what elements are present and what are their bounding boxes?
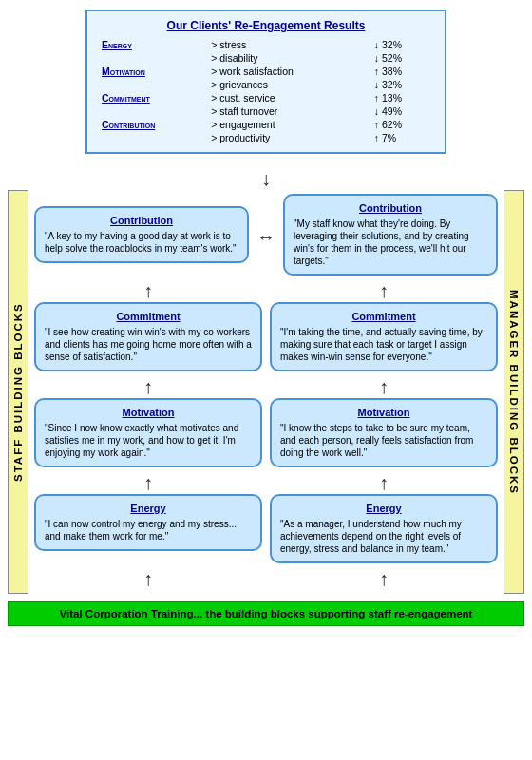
metric-contribution-2: > productivity bbox=[208, 131, 371, 144]
bottom-bar: Vital Corporation Training... the buildi… bbox=[8, 601, 524, 626]
metric-motivation-2: > grievances bbox=[208, 78, 371, 91]
table-row: Commitment > cust. service ↑ 13% bbox=[99, 91, 433, 104]
motivation-left-card: Motivation "Since I now know exactly wha… bbox=[34, 398, 262, 467]
value-contribution-1: ↑ 62% bbox=[371, 118, 433, 131]
motivation-row: Motivation "Since I now know exactly wha… bbox=[34, 398, 498, 471]
energy-left-text: "I can now control my energy and my stre… bbox=[45, 518, 252, 542]
metric-contribution-1: > engagement bbox=[208, 118, 371, 131]
commitment-left-card: Commitment "I see how creating win-win's… bbox=[34, 302, 262, 371]
metric-motivation-1: > work satisfaction bbox=[208, 65, 371, 78]
up-arrow-energy-left: ↑ bbox=[143, 473, 153, 492]
energy-row: Energy "I can now control my energy and … bbox=[34, 494, 498, 567]
arrows-row-1: ↑ ↑ bbox=[34, 279, 498, 302]
manager-side-label: MANAGER BUILDING BLOCKS bbox=[504, 190, 524, 594]
results-title: Our Clients' Re-Engagement Results bbox=[99, 19, 433, 32]
up-arrow-motivation-right: ↑ bbox=[379, 377, 389, 396]
label-energy: Energy bbox=[99, 38, 208, 51]
label-contribution: Contribution bbox=[99, 118, 208, 131]
contribution-row: Contribution "A key to my having a good … bbox=[34, 194, 498, 279]
motivation-left-title: Motivation bbox=[45, 407, 252, 418]
value-energy-1: ↓ 32% bbox=[371, 38, 433, 51]
table-row: Contribution > engagement ↑ 62% bbox=[99, 118, 433, 131]
value-contribution-2: ↑ 7% bbox=[371, 131, 433, 144]
value-motivation-2: ↓ 32% bbox=[371, 78, 433, 91]
contribution-right-title: Contribution bbox=[294, 202, 487, 214]
commitment-row: Commitment "I see how creating win-win's… bbox=[34, 302, 498, 375]
up-arrow-energy-right: ↑ bbox=[379, 473, 389, 492]
commitment-right-title: Commitment bbox=[280, 311, 487, 322]
motivation-left-text: "Since I now know exactly what motivates… bbox=[45, 422, 252, 459]
table-row: Motivation > work satisfaction ↑ 38% bbox=[99, 65, 433, 78]
metric-commitment-2: > staff turnover bbox=[208, 104, 371, 118]
commitment-left-title: Commitment bbox=[45, 311, 252, 322]
table-row: > grievances ↓ 32% bbox=[99, 78, 433, 91]
results-box: Our Clients' Re-Engagement Results Energ… bbox=[86, 10, 446, 154]
motivation-right-title: Motivation bbox=[280, 407, 487, 418]
value-commitment-1: ↑ 13% bbox=[371, 91, 433, 104]
staff-side-label: STAFF BUILDING BLOCKS bbox=[8, 190, 28, 594]
metric-energy-2: > disability bbox=[208, 51, 371, 65]
energy-right-title: Energy bbox=[280, 503, 487, 514]
up-arrow-base-right: ↑ bbox=[379, 569, 389, 588]
motivation-right-card: Motivation "I know the steps to take to … bbox=[270, 398, 498, 467]
table-row: Energy > stress ↓ 32% bbox=[99, 38, 433, 51]
arrows-row-3: ↑ ↑ bbox=[34, 471, 498, 494]
columns-area: Contribution "A key to my having a good … bbox=[28, 190, 504, 594]
contribution-left-text: "A key to my having a good day at work i… bbox=[45, 230, 238, 255]
up-arrow-base-left: ↑ bbox=[143, 569, 153, 588]
energy-right-card: Energy "As a manager, I understand how m… bbox=[270, 494, 498, 563]
contribution-right-card: Contribution "My staff know what they're… bbox=[283, 194, 498, 276]
metric-commitment-1: > cust. service bbox=[208, 91, 371, 104]
contribution-left-title: Contribution bbox=[45, 215, 238, 226]
commitment-left-text: "I see how creating win-win's with my co… bbox=[45, 326, 252, 363]
energy-right-text: "As a manager, I understand how much my … bbox=[280, 518, 487, 555]
energy-left-title: Energy bbox=[45, 503, 252, 514]
contribution-left-card: Contribution "A key to my having a good … bbox=[34, 206, 249, 263]
up-arrow-commitment-right: ↑ bbox=[379, 281, 389, 300]
contribution-right-text: "My staff know what they're doing. By le… bbox=[294, 218, 487, 267]
top-down-arrow: ↓ bbox=[261, 169, 271, 188]
metric-energy-1: > stress bbox=[208, 38, 371, 51]
motivation-right-text: "I know the steps to take to be sure my … bbox=[280, 422, 487, 459]
value-energy-2: ↓ 52% bbox=[371, 51, 433, 65]
results-table: Energy > stress ↓ 32% > disability ↓ 52%… bbox=[99, 38, 433, 144]
table-row: > productivity ↑ 7% bbox=[99, 131, 433, 144]
table-row: > staff turnover ↓ 49% bbox=[99, 104, 433, 118]
arrows-row-2: ↑ ↑ bbox=[34, 375, 498, 398]
up-arrow-commitment-left: ↑ bbox=[143, 281, 153, 300]
energy-left-card: Energy "I can now control my energy and … bbox=[34, 494, 262, 551]
main-area: STAFF BUILDING BLOCKS Contribution "A ke… bbox=[8, 190, 524, 594]
arrows-row-bottom: ↑ ↑ bbox=[34, 567, 498, 590]
value-motivation-1: ↑ 38% bbox=[371, 65, 433, 78]
table-row: > disability ↓ 52% bbox=[99, 51, 433, 65]
up-arrow-motivation-left: ↑ bbox=[143, 377, 153, 396]
label-motivation: Motivation bbox=[99, 65, 208, 78]
commitment-right-card: Commitment "I'm taking the time, and act… bbox=[270, 302, 498, 371]
commitment-right-text: "I'm taking the time, and actually savin… bbox=[280, 326, 487, 363]
horizontal-arrow: ↔ bbox=[249, 226, 283, 248]
label-commitment: Commitment bbox=[99, 91, 208, 104]
value-commitment-2: ↓ 49% bbox=[371, 104, 433, 118]
